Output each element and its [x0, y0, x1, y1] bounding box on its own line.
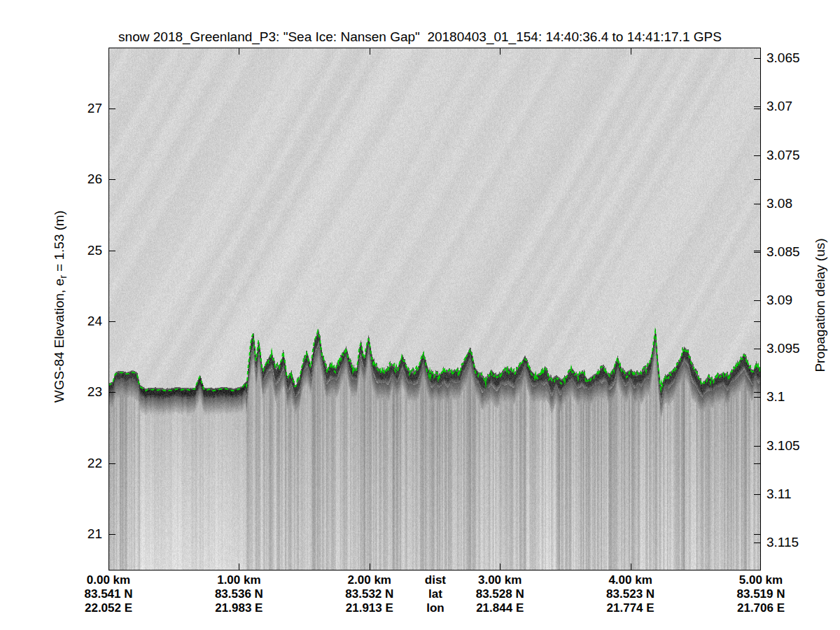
x-col-dist: 5.00 km — [715, 573, 806, 587]
x-col-lat: 83.523 N — [585, 587, 676, 601]
x-col-dist: 4.00 km — [585, 573, 676, 587]
right-tick-label: 3.1 — [766, 389, 830, 405]
right-tick-label: 3.08 — [766, 196, 830, 211]
left-tick-label: 25 — [59, 243, 102, 258]
x-col-lon: 22.052 E — [63, 601, 154, 615]
x-row-header: lon — [390, 601, 481, 615]
left-tick-label: 22 — [59, 456, 102, 471]
x-col-dist: 0.00 km — [63, 573, 154, 587]
left-tick-label: 27 — [59, 101, 102, 116]
right-tick-label: 3.09 — [766, 293, 830, 308]
right-tick-label: 3.07 — [766, 99, 830, 114]
right-tick-label: 3.115 — [766, 535, 830, 550]
left-tick-label: 26 — [59, 172, 102, 187]
right-tick-label: 3.085 — [766, 244, 830, 260]
echogram-figure: snow 2018_Greenland_P3: "Sea Ice: Nansen… — [0, 0, 840, 630]
left-tick-label: 23 — [59, 384, 102, 400]
x-row-header: dist — [390, 573, 481, 587]
right-tick-label: 3.095 — [766, 341, 830, 356]
right-tick-label: 3.075 — [766, 148, 830, 163]
x-row-header: lat — [390, 587, 481, 601]
right-tick-label: 3.065 — [766, 50, 830, 66]
plot-title: snow 2018_Greenland_P3: "Sea Ice: Nansen… — [0, 29, 840, 45]
x-col-dist: 1.00 km — [193, 573, 284, 587]
right-tick-label: 3.11 — [766, 486, 830, 502]
left-axis-label-subscript: r — [57, 275, 69, 279]
x-col-lat: 83.519 N — [715, 587, 806, 601]
echogram-canvas — [108, 48, 761, 570]
x-col-lat: 83.536 N — [193, 587, 284, 601]
left-axis-label: WGS-84 Elevation, er = 1.53 (m) — [52, 211, 69, 403]
x-col-lat: 83.541 N — [63, 587, 154, 601]
x-col-lon: 21.706 E — [715, 601, 806, 615]
left-tick-label: 24 — [59, 314, 102, 329]
right-tick-label: 3.105 — [766, 438, 830, 454]
x-col-lon: 21.774 E — [585, 601, 676, 615]
left-tick-label: 21 — [59, 526, 102, 542]
x-col-lon: 21.983 E — [193, 601, 284, 615]
